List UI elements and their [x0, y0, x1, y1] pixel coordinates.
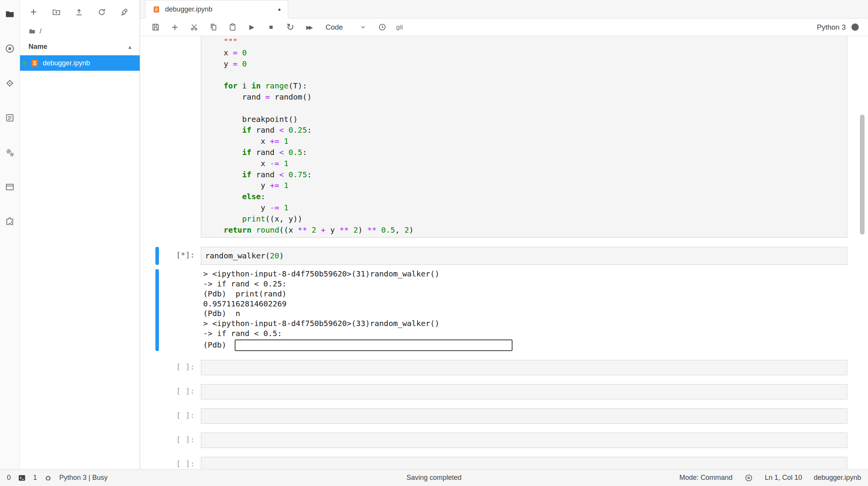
output-collapser[interactable] — [155, 269, 159, 351]
file-browser-toolbar: + — [20, 0, 140, 24]
cursor-position[interactable]: Ln 1, Col 10 — [765, 474, 802, 482]
code-line: for i in range(T): — [205, 80, 847, 92]
sidebar-tab-property-inspector[interactable] — [2, 145, 18, 160]
launcher-rocket-button[interactable] — [119, 6, 130, 18]
notebook-content: """ x = 0 y = 0 for i in range(T): rand … — [140, 36, 868, 469]
left-activity-bar — [0, 0, 20, 469]
sidebar-tab-toc[interactable] — [2, 110, 18, 125]
output-prompt — [159, 269, 201, 351]
code-editor[interactable] — [201, 408, 847, 424]
active-cell-editor[interactable]: random_walker(20) — [201, 247, 847, 265]
terminals-count[interactable]: 0 — [7, 474, 11, 482]
refresh-button[interactable] — [96, 6, 107, 18]
new-folder-button[interactable] — [50, 6, 62, 18]
cell-collapser[interactable] — [155, 408, 159, 424]
cell-collapser[interactable] — [155, 384, 159, 399]
code-line: y = 0 — [205, 58, 847, 70]
notebook-icon — [152, 5, 160, 13]
code-line — [205, 103, 847, 114]
upload-button[interactable] — [73, 6, 85, 18]
code-editor-lines: """ x = 0 y = 0 for i in range(T): rand … — [205, 36, 847, 235]
run-all-button[interactable]: ▶▶ — [303, 21, 316, 33]
notification-icon[interactable] — [744, 473, 753, 483]
scrollbar-thumb[interactable] — [860, 115, 865, 235]
code-line: y += 1 — [205, 180, 847, 191]
paste-cell-button[interactable] — [226, 21, 239, 33]
cell-type-dropdown[interactable]: Code — [326, 23, 366, 32]
active-cell-collapser[interactable] — [155, 247, 159, 265]
copy-cell-button[interactable] — [207, 21, 220, 33]
output-line: (Pdb) print(rand) — [203, 289, 847, 299]
git-toolbar-label[interactable]: git — [396, 23, 403, 31]
sidebar-tab-running[interactable] — [2, 41, 18, 56]
run-all-icon: ▶▶ — [306, 24, 312, 30]
file-item-debugger-ipynb[interactable]: debugger.ipynb — [20, 55, 140, 71]
kernel-name[interactable]: Python 3 — [817, 23, 846, 32]
paste-icon — [228, 23, 237, 32]
home-folder-icon — [28, 28, 36, 35]
code-line — [205, 69, 847, 80]
chevron-down-icon — [360, 24, 366, 30]
code-line: breakpoint() — [205, 114, 847, 125]
run-cell-button[interactable]: ▶ — [245, 21, 258, 33]
output-line: -> if rand < 0.5: — [203, 329, 847, 339]
kernel-busy-indicator[interactable] — [851, 23, 859, 31]
plus-icon: + — [172, 22, 178, 33]
active-code-cell: [*]: random_walker(20) — [140, 247, 868, 265]
kernel-bug-icon[interactable] — [43, 473, 53, 483]
code-line: return round((x ** 2 + y ** 2) ** 0.5, 2… — [205, 225, 847, 236]
cell-prompt: [ ]: — [159, 360, 201, 375]
interrupt-kernel-button[interactable]: ■ — [265, 21, 277, 33]
save-button[interactable] — [149, 21, 162, 33]
cell-prompt: [ ]: — [159, 384, 201, 399]
code-editor[interactable] — [201, 457, 847, 469]
upload-icon — [75, 8, 83, 17]
cut-cell-button[interactable] — [188, 21, 200, 33]
file-browser-panel: + / Name ▴ de — [20, 0, 140, 469]
kernels-count[interactable]: 1 — [33, 474, 37, 482]
cell-collapser[interactable] — [155, 360, 159, 375]
code-editor[interactable] — [201, 384, 847, 399]
breadcrumb-root: / — [40, 27, 42, 35]
breadcrumb[interactable]: / — [20, 24, 140, 38]
insert-cell-button[interactable]: + — [169, 21, 181, 33]
status-left: 0 1 Python 3 | Busy — [7, 473, 108, 483]
notebook-icon — [30, 58, 39, 68]
code-editor[interactable]: """ x = 0 y = 0 for i in range(T): rand … — [201, 36, 847, 238]
pdb-stdin-input[interactable] — [235, 340, 512, 351]
files-folder-icon — [5, 9, 15, 19]
file-list-header[interactable]: Name ▴ — [20, 38, 140, 55]
new-launcher-button[interactable]: + — [28, 6, 39, 18]
tab-bar: debugger.ipynb ● — [140, 0, 868, 18]
code-editor[interactable] — [201, 360, 847, 375]
terminal-status-icon[interactable] — [17, 473, 27, 483]
tab-modified-dot[interactable]: ● — [278, 7, 281, 12]
kernel-status[interactable]: Python 3 | Busy — [59, 474, 108, 482]
output-line: > <ipython-input-8-d4f750b59620>(33)rand… — [203, 319, 847, 329]
cell-collapser[interactable] — [155, 433, 159, 448]
pdb-prompt-label: (Pdb) — [203, 340, 231, 350]
active-cell-prompt: [*]: — [159, 247, 201, 265]
toc-icon — [5, 113, 15, 123]
code-line: """ — [205, 36, 847, 47]
save-icon — [151, 23, 160, 32]
cell-collapser[interactable] — [155, 36, 159, 238]
notebook-toolbar: + ▶ ■ ↻ ▶▶ Code — [140, 18, 868, 36]
command-mode-indicator[interactable]: Mode: Command — [679, 474, 733, 482]
tab-debugger-ipynb[interactable]: debugger.ipynb ● — [145, 0, 288, 18]
code-editor[interactable] — [201, 433, 847, 448]
tab-title: debugger.ipynb — [165, 5, 212, 13]
sidebar-tab-files[interactable] — [2, 6, 18, 22]
restart-kernel-button[interactable]: ↻ — [284, 21, 297, 33]
code-line: rand = random() — [205, 92, 847, 103]
copy-icon — [209, 23, 218, 32]
run-icon: ▶ — [249, 23, 254, 31]
pdb-prompt-row: (Pdb) — [203, 340, 847, 351]
sort-caret-icon: ▴ — [129, 44, 131, 50]
code-line: print((x, y)) — [205, 213, 847, 225]
sidebar-tab-open-tabs[interactable] — [2, 179, 18, 195]
sidebar-tab-extensions[interactable] — [2, 214, 18, 229]
cell-collapser[interactable] — [155, 457, 159, 469]
history-button[interactable] — [376, 21, 389, 33]
sidebar-tab-git[interactable] — [2, 75, 18, 91]
